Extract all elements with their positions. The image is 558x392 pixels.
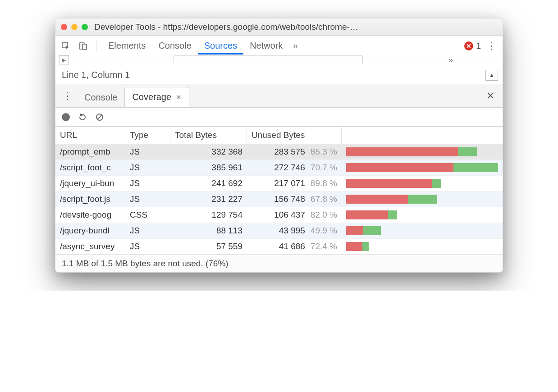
main-tab-sources[interactable]: Sources (198, 37, 243, 55)
cell-type: JS (125, 223, 170, 238)
cell-usage-bar (342, 145, 503, 159)
usage-bar (346, 195, 437, 204)
close-window-button[interactable] (61, 24, 67, 30)
cell-unused-bytes: 43 99549.9 % (247, 223, 342, 238)
svg-rect-2 (82, 44, 87, 50)
show-navigator-icon[interactable]: ▶ (59, 55, 69, 64)
coverage-row[interactable]: /devsite-googCSS129 754106 43782.0 % (55, 207, 503, 223)
usage-bar (346, 226, 381, 235)
cell-usage-bar (342, 223, 503, 238)
main-tab-console[interactable]: Console (152, 37, 197, 55)
record-button[interactable] (62, 113, 70, 121)
header-url[interactable]: URL (55, 127, 125, 144)
error-count-badge[interactable]: ✕ 1 (464, 41, 481, 51)
toggle-device-toolbar-icon[interactable] (75, 38, 91, 54)
cell-total-bytes: 88 113 (170, 223, 247, 238)
coverage-header-row: URL Type Total Bytes Unused Bytes (55, 127, 503, 144)
minimize-window-button[interactable] (71, 24, 78, 30)
cell-unused-bytes: 272 74670.7 % (247, 160, 342, 175)
coverage-table: URL Type Total Bytes Unused Bytes /promp… (55, 127, 503, 255)
cell-type: JS (125, 144, 170, 160)
usage-bar (346, 147, 477, 156)
usage-bar (346, 163, 498, 172)
cell-unused-bytes: 156 74867.8 % (247, 191, 342, 207)
usage-bar (346, 210, 397, 219)
cell-type: JS (125, 191, 170, 207)
cell-url: /prompt_emb (55, 144, 125, 160)
devtools-main-toolbar: ElementsConsoleSourcesNetwork » ✕ 1 ⋮ (55, 36, 503, 56)
cell-type: JS (125, 176, 170, 191)
cursor-position: Line 1, Column 1 (62, 70, 130, 80)
header-usage-bar[interactable] (342, 127, 503, 144)
coverage-summary: 1.1 MB of 1.5 MB bytes are not used. (76… (55, 255, 503, 272)
cell-usage-bar (342, 239, 503, 254)
more-files-chevron-icon[interactable]: » (448, 55, 453, 65)
cell-unused-bytes: 283 57585.3 % (247, 144, 342, 160)
cell-url: /jquery_ui-bun (55, 176, 125, 191)
source-file-tab[interactable] (174, 55, 363, 64)
drawer-tab-coverage[interactable]: Coverage✕ (124, 87, 189, 107)
zoom-window-button[interactable] (82, 24, 88, 30)
cell-unused-bytes: 41 68672.4 % (247, 239, 342, 254)
header-unused-bytes[interactable]: Unused Bytes (247, 127, 342, 144)
cell-total-bytes: 241 692 (170, 176, 247, 191)
main-tab-elements[interactable]: Elements (102, 37, 152, 55)
cell-url: /async_survey (55, 239, 125, 254)
svg-line-4 (97, 115, 102, 119)
usage-bar (346, 179, 441, 188)
cell-total-bytes: 385 961 (170, 160, 247, 175)
source-file-tab-strip: ▶ » (55, 56, 503, 66)
cell-type: JS (125, 239, 170, 254)
collapse-drawer-icon[interactable]: ▲ (485, 70, 498, 81)
drawer-tab-label: Console (84, 92, 117, 102)
window-titlebar: Developer Tools - https://developers.goo… (55, 18, 503, 36)
cell-url: /devsite-goog (55, 207, 125, 223)
error-count: 1 (476, 41, 481, 51)
window-title: Developer Tools - https://developers.goo… (88, 22, 497, 32)
traffic-lights (61, 24, 88, 30)
drawer-tab-strip: ⋮ ConsoleCoverage✕ ✕ (55, 84, 503, 108)
cell-total-bytes: 129 754 (170, 207, 247, 223)
toolbar-divider (96, 40, 96, 52)
cell-url: /jquery-bundl (55, 223, 125, 238)
cell-total-bytes: 57 559 (170, 239, 247, 254)
reload-icon[interactable] (78, 113, 87, 122)
coverage-row[interactable]: /jquery_ui-bunJS241 692217 07189.8 % (55, 176, 503, 191)
main-tabs: ElementsConsoleSourcesNetwork (102, 37, 289, 55)
coverage-row[interactable]: /jquery-bundlJS88 11343 99549.9 % (55, 223, 503, 239)
editor-status-bar: Line 1, Column 1 ▲ (55, 66, 503, 84)
cell-usage-bar (342, 192, 503, 206)
devtools-window: Developer Tools - https://developers.goo… (55, 18, 503, 273)
coverage-row[interactable]: /script_foot.jsJS231 227156 74867.8 % (55, 191, 503, 207)
clear-icon[interactable] (95, 113, 104, 122)
more-tabs-chevron-icon[interactable]: » (291, 37, 304, 55)
drawer-tab-console[interactable]: Console (77, 88, 124, 107)
cell-total-bytes: 231 227 (170, 191, 247, 207)
coverage-row[interactable]: /prompt_embJS332 368283 57585.3 % (55, 144, 503, 160)
cell-usage-bar (342, 176, 503, 191)
drawer-tab-label: Coverage (132, 92, 171, 102)
coverage-toolbar (55, 108, 503, 127)
cell-unused-bytes: 106 43782.0 % (247, 207, 342, 223)
cell-total-bytes: 332 368 (170, 144, 247, 160)
usage-bar (346, 242, 369, 251)
cell-unused-bytes: 217 07189.8 % (247, 176, 342, 191)
close-drawer-icon[interactable]: ✕ (481, 90, 500, 102)
inspect-element-icon[interactable] (58, 38, 73, 54)
error-icon: ✕ (464, 41, 473, 50)
cell-url: /script_foot.js (55, 191, 125, 207)
devtools-settings-menu-icon[interactable]: ⋮ (483, 40, 500, 52)
cell-type: JS (125, 160, 170, 175)
main-tab-network[interactable]: Network (243, 37, 289, 55)
cell-usage-bar (342, 160, 503, 175)
drawer-menu-icon[interactable]: ⋮ (58, 90, 77, 102)
coverage-row[interactable]: /async_surveyJS57 55941 68672.4 % (55, 239, 503, 255)
cell-usage-bar (342, 208, 503, 222)
close-tab-icon[interactable]: ✕ (176, 93, 182, 101)
cell-url: /script_foot_c (55, 160, 125, 175)
coverage-row[interactable]: /script_foot_cJS385 961272 74670.7 % (55, 160, 503, 176)
header-total-bytes[interactable]: Total Bytes (170, 127, 247, 144)
cell-type: CSS (125, 207, 170, 223)
header-type[interactable]: Type (125, 127, 170, 144)
